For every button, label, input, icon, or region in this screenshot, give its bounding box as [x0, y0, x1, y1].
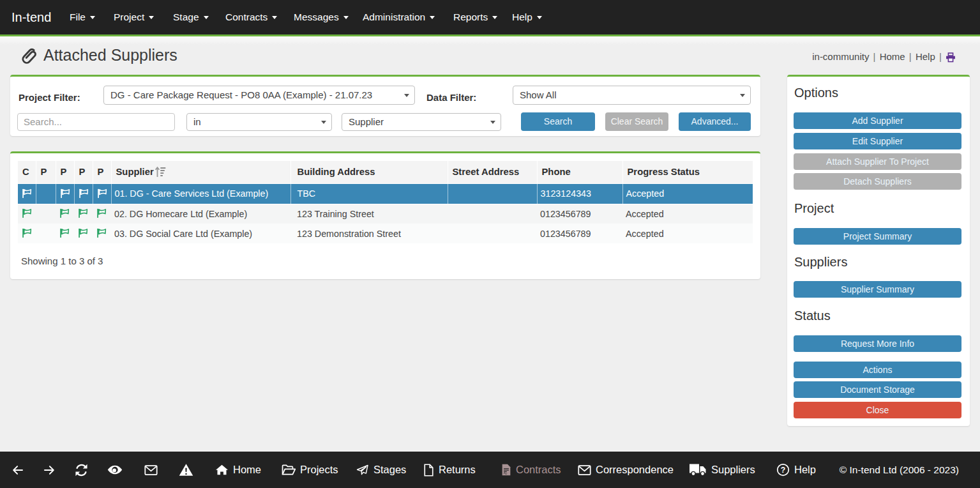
- svg-text:?: ?: [781, 466, 785, 475]
